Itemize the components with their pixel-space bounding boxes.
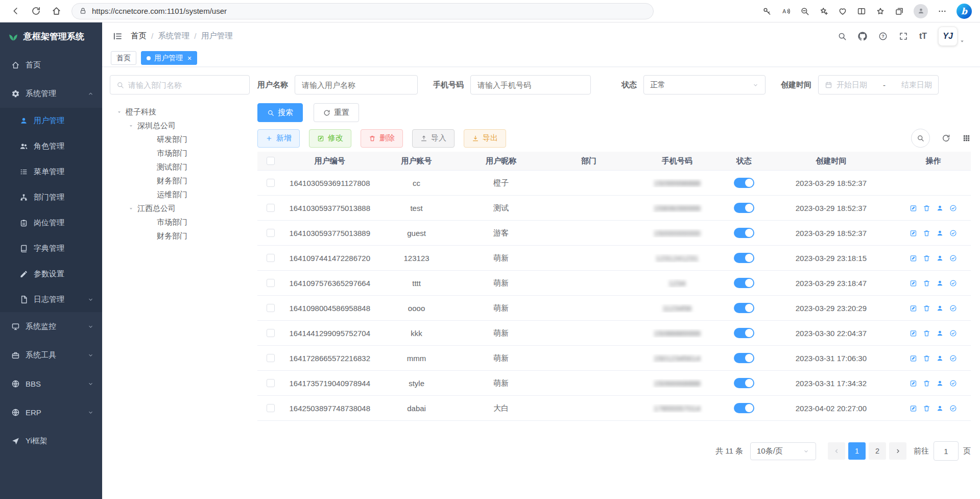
status-toggle[interactable] [734,178,754,188]
close-tab-icon[interactable]: × [187,54,192,62]
row-delete-icon[interactable] [923,329,930,337]
zoom-out-icon[interactable] [800,7,809,16]
favorites-icon[interactable] [876,7,885,16]
row-assign-role-icon[interactable] [949,354,957,362]
prev-page-button[interactable] [828,442,845,460]
row-reset-password-icon[interactable] [936,329,944,337]
user-avatar[interactable]: YJ [938,27,965,46]
status-toggle[interactable] [734,253,754,263]
row-reset-password-icon[interactable] [936,304,944,312]
tree-node[interactable]: 运维部门 [110,188,250,202]
tree-node[interactable]: 财务部门 [110,229,250,243]
collapse-sidebar-icon[interactable] [112,31,123,41]
status-toggle[interactable] [734,378,754,388]
export-button[interactable]: 导出 [464,129,506,148]
row-delete-icon[interactable] [923,204,930,212]
import-button[interactable]: 导入 [412,129,455,148]
row-assign-role-icon[interactable] [949,204,957,212]
status-toggle[interactable] [734,403,754,413]
row-assign-role-icon[interactable] [949,329,957,337]
key-icon[interactable] [762,7,772,16]
row-checkbox[interactable] [267,379,275,387]
phone-input[interactable] [470,75,591,94]
sidebar-item-user[interactable]: 用户管理 [0,108,102,133]
row-assign-role-icon[interactable] [949,304,957,312]
tree-node[interactable]: 市场部门 [110,147,250,160]
row-assign-role-icon[interactable] [949,229,957,237]
sidebar-item-bbs[interactable]: BBS [0,369,102,398]
sidebar-item-role[interactable]: 角色管理 [0,133,102,159]
row-reset-password-icon[interactable] [936,405,944,412]
status-toggle[interactable] [734,353,754,363]
address-bar[interactable]: https://ccnetcore.com:1101/system/user [71,3,654,19]
goto-page-input[interactable] [934,441,959,461]
row-checkbox[interactable] [267,179,275,187]
dept-search-input[interactable] [128,81,243,89]
sidebar-item-system[interactable]: 系统管理 [0,79,102,108]
status-toggle[interactable] [734,278,754,288]
row-delete-icon[interactable] [923,279,930,287]
search-button[interactable]: 搜索 [257,103,303,122]
refresh-table-icon[interactable] [942,134,950,142]
split-screen-icon[interactable] [857,7,866,16]
row-edit-icon[interactable] [910,204,917,212]
row-edit-icon[interactable] [910,279,917,287]
row-edit-icon[interactable] [910,405,917,412]
more-icon[interactable] [938,7,947,16]
page-button-1[interactable]: 1 [848,442,866,460]
page-size-select[interactable]: 10条/页 [750,442,816,460]
row-delete-icon[interactable] [923,254,930,262]
row-edit-icon[interactable] [910,379,917,387]
github-icon[interactable] [858,32,867,41]
row-delete-icon[interactable] [923,405,930,412]
sidebar-item-dict[interactable]: 字典管理 [0,235,102,261]
row-assign-role-icon[interactable] [949,254,957,262]
tree-node[interactable]: 橙子科技 [110,105,250,119]
date-range-picker[interactable]: 开始日期 - 结束日期 [818,75,939,94]
row-delete-icon[interactable] [923,379,930,387]
status-toggle[interactable] [734,328,754,338]
sidebar-item-dept[interactable]: 部门管理 [0,184,102,210]
status-toggle[interactable] [734,303,754,313]
help-icon[interactable]: ? [878,32,888,41]
collections-icon[interactable] [895,7,904,16]
edit-button[interactable]: 修改 [309,129,351,148]
row-edit-icon[interactable] [910,354,917,362]
row-delete-icon[interactable] [923,229,930,237]
sidebar-item-home[interactable]: 首页 [0,51,102,79]
row-checkbox[interactable] [267,254,275,262]
tree-node[interactable]: 江西总公司 [110,202,250,216]
sidebar-item-yiframe[interactable]: Yi框架 [0,426,102,455]
sidebar-item-param[interactable]: 参数设置 [0,261,102,287]
browser-back-button[interactable] [6,2,25,20]
row-checkbox[interactable] [267,279,275,287]
row-assign-role-icon[interactable] [949,405,957,412]
tree-node[interactable]: 测试部门 [110,160,250,174]
tab-item[interactable]: 首页 [111,51,136,65]
row-checkbox[interactable] [267,229,275,237]
row-edit-icon[interactable] [910,254,917,262]
row-checkbox[interactable] [267,354,275,362]
tree-node[interactable]: 研发部门 [110,133,250,147]
row-reset-password-icon[interactable] [936,254,944,262]
sidebar-item-erp[interactable]: ERP [0,398,102,426]
row-reset-password-icon[interactable] [936,229,944,237]
select-all-checkbox[interactable] [267,157,275,165]
row-reset-password-icon[interactable] [936,379,944,387]
favorite-add-icon[interactable] [819,7,828,16]
row-checkbox[interactable] [267,204,275,212]
row-checkbox[interactable] [267,304,275,312]
add-button[interactable]: 新增 [257,129,300,148]
row-reset-password-icon[interactable] [936,204,944,212]
fullscreen-icon[interactable] [899,32,908,41]
sidebar-item-monitor[interactable]: 系统监控 [0,312,102,341]
sidebar-item-post[interactable]: 岗位管理 [0,210,102,235]
row-assign-role-icon[interactable] [949,279,957,287]
tree-node[interactable]: 财务部门 [110,174,250,188]
sidebar-item-log[interactable]: 日志管理 [0,287,102,312]
tab-active[interactable]: 用户管理× [141,51,197,65]
browser-essentials-icon[interactable] [838,7,847,16]
status-toggle[interactable] [734,203,754,213]
row-edit-icon[interactable] [910,329,917,337]
sidebar-item-tools[interactable]: 系统工具 [0,341,102,369]
